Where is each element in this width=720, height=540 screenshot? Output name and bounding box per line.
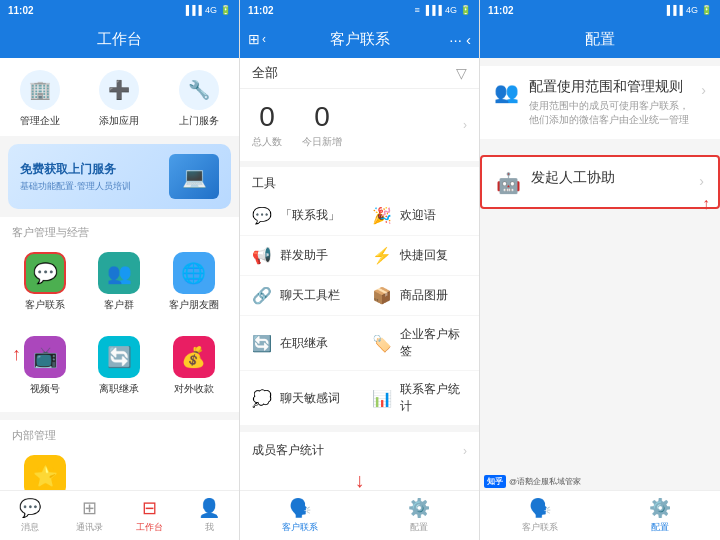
add-app[interactable]: ➕ 添加应用 <box>99 70 139 128</box>
manage-enterprise[interactable]: 🏢 管理企业 <box>20 70 60 128</box>
customer-group-label: 客户群 <box>104 298 134 312</box>
grid-item-customer-contact[interactable]: 💬 客户联系 <box>12 244 78 320</box>
grid-item-friend-circle[interactable]: 🌐 客户朋友圈 <box>161 244 227 320</box>
tool-customer-tag[interactable]: 🏷️ 企业客户标签 <box>360 316 480 371</box>
tool-product-catalog-label: 商品图册 <box>400 287 448 304</box>
section1-title: 客户管理与经营 <box>0 217 239 244</box>
signal-icon-2: ▐▐▐ <box>423 5 442 15</box>
phones-container: 11:02 ▐▐▐ 4G 🔋 工作台 🏢 管理企业 ➕ 添加应用 <box>0 0 720 540</box>
tool-contact-me[interactable]: 💬 「联系我」 <box>240 196 360 236</box>
grid-item-customer-group[interactable]: 👥 客户群 <box>86 244 152 320</box>
section-spacer-1 <box>0 412 239 420</box>
nav-customer-contact-3[interactable]: 🗣️ 客户联系 <box>480 491 600 540</box>
tool-broadcast[interactable]: 📢 群发助手 <box>240 236 360 276</box>
tool-customer-tag-label: 企业客户标签 <box>400 326 468 360</box>
stat-today: 0 今日新增 <box>302 101 342 149</box>
stat-today-num: 0 <box>302 101 342 133</box>
friend-circle-icon: 🌐 <box>173 252 215 294</box>
filter-label: 全部 <box>252 64 278 82</box>
tool-quick-reply[interactable]: ⚡ 快捷回复 <box>360 236 480 276</box>
stat-today-label: 今日新增 <box>302 135 342 149</box>
nav-config-label: 配置 <box>410 521 428 534</box>
grid-item-resign[interactable]: 🔄 离职继承 <box>86 328 152 404</box>
tool-chat-toolbar[interactable]: 🔗 聊天工具栏 <box>240 276 360 316</box>
customer-contact-nav-icon: 🗣️ <box>289 497 311 519</box>
tool-product-catalog[interactable]: 📦 商品图册 <box>360 276 480 316</box>
tool-sensitive-word[interactable]: 💭 聊天敏感词 <box>240 371 360 426</box>
customer-tag-icon: 🏷️ <box>372 334 392 353</box>
section1-wrap: 客户管理与经营 💬 客户联系 👥 客户群 🌐 客户朋友圈 <box>0 217 239 412</box>
nav-config[interactable]: ⚙️ 配置 <box>360 491 480 540</box>
banner-image: 💻 <box>169 154 219 199</box>
zhihu-account: @语鹅企服私域管家 <box>509 476 581 487</box>
tool-on-duty-label: 在职继承 <box>280 335 328 352</box>
config-spacer-2 <box>480 147 720 155</box>
status-icons-3: ▐▐▐ 4G 🔋 <box>664 5 712 15</box>
collect-label: 对外收款 <box>174 382 214 396</box>
tools-section-title: 工具 <box>240 161 479 196</box>
scope-icon: 👥 <box>494 80 519 104</box>
resign-icon: 🔄 <box>98 336 140 378</box>
bottom-nav-2: 🗣️ 客户联系 ⚙️ 配置 <box>240 490 479 540</box>
config-spacer-1 <box>480 58 720 66</box>
tool-broadcast-label: 群发助手 <box>280 247 328 264</box>
tool-on-duty[interactable]: 🔄 在职继承 <box>240 316 360 371</box>
wb-banner[interactable]: 免费获取上门服务 基础功能配置·管理人员培训 💻 <box>8 144 231 209</box>
grid-item-collect[interactable]: 💰 对外收款 <box>161 328 227 404</box>
video-label: 视频号 <box>30 382 60 396</box>
phone-config: 11:02 ▐▐▐ 4G 🔋 配置 👥 配置使用范围和管理规则 使用范围中的成员… <box>480 0 720 540</box>
bottom-nav-1: 💬 消息 ⊞ 通讯录 ⊟ 工作台 👤 我 <box>0 490 239 540</box>
status-bar-1: 11:02 ▐▐▐ 4G 🔋 <box>0 0 239 20</box>
workbench-content: 🏢 管理企业 ➕ 添加应用 🔧 上门服务 免费获取上门服务 基础功能配置·管理人… <box>0 58 239 490</box>
door-icon: 🔧 <box>179 70 219 110</box>
top-icons: 🏢 管理企业 ➕ 添加应用 🔧 上门服务 <box>0 58 239 136</box>
me-icon-1: 👤 <box>198 497 220 519</box>
on-duty-icon: 🔄 <box>252 334 272 353</box>
grid-item-video[interactable]: 📺 视频号 <box>12 328 78 404</box>
nav-contacts-label-1: 通讯录 <box>76 521 103 534</box>
nav-me-label-1: 我 <box>205 521 214 534</box>
tool-contact-stats[interactable]: 📊 联系客户统计 <box>360 371 480 426</box>
study-icon: 🌟 <box>24 455 66 490</box>
manage-label: 管理企业 <box>20 114 60 128</box>
zhihu-watermark: 知乎 @语鹅企服私域管家 <box>484 475 581 488</box>
stat-total-num: 0 <box>252 101 282 133</box>
nav-config-3[interactable]: ⚙️ 配置 <box>600 491 720 540</box>
header-1: 工作台 <box>0 20 239 58</box>
contact-stats-icon: 📊 <box>372 389 392 408</box>
header-3: 配置 <box>480 20 720 58</box>
filter-icon[interactable]: ▽ <box>456 65 467 81</box>
nav-customer-contact[interactable]: 🗣️ 客户联系 <box>240 491 360 540</box>
nav-workbench-1[interactable]: ⊟ 工作台 <box>120 491 180 540</box>
config-item-scope[interactable]: 👥 配置使用范围和管理规则 使用范围中的成员可使用客户联系，他们添加的微信客户由… <box>480 66 720 139</box>
config-nav-icon-3: ⚙️ <box>649 497 671 519</box>
filter-bar: 全部 ▽ <box>240 58 479 89</box>
header-2: ⊞ ‹ 客户联系 ··· ‹ <box>240 20 479 58</box>
tool-welcome[interactable]: 🎉 欢迎语 <box>360 196 480 236</box>
red-arrow-1: ↑ <box>12 344 21 365</box>
bottom-nav-3: 🗣️ 客户联系 ⚙️ 配置 <box>480 490 720 540</box>
members-row[interactable]: 成员客户统计 › <box>240 426 479 469</box>
customer-contact-icon: 💬 <box>24 252 66 294</box>
tool-quick-reply-label: 快捷回复 <box>400 247 448 264</box>
nav-message-1[interactable]: 💬 消息 <box>0 491 60 540</box>
nav-me-1[interactable]: 👤 我 <box>179 491 239 540</box>
chevron-left-2: ‹ <box>262 32 266 46</box>
tool-chat-toolbar-label: 聊天工具栏 <box>280 287 340 304</box>
nav-contacts-1[interactable]: ⊞ 通讯录 <box>60 491 120 540</box>
grid-item-study[interactable]: 🌟 学习园地 <box>12 447 78 490</box>
door-service[interactable]: 🔧 上门服务 <box>179 70 219 128</box>
battery-icon-1: 🔋 <box>220 5 231 15</box>
menu-icon-2: ≡ <box>415 5 420 15</box>
add-icon: ➕ <box>99 70 139 110</box>
header-title-1: 工作台 <box>97 30 142 49</box>
scope-desc: 使用范围中的成员可使用客户联系，他们添加的微信客户由企业统一管理 <box>529 99 691 127</box>
wb-grid-2: 🌟 学习园地 <box>0 447 239 490</box>
grid-icon-header: ⊞ <box>248 31 260 47</box>
config-item-ai-assist[interactable]: 🤖 发起人工协助 › <box>480 155 720 209</box>
scope-body: 配置使用范围和管理规则 使用范围中的成员可使用客户联系，他们添加的微信客户由企业… <box>529 78 691 127</box>
section2-title: 内部管理 <box>0 420 239 447</box>
scope-title: 配置使用范围和管理规则 <box>529 78 691 96</box>
product-catalog-icon: 📦 <box>372 286 392 305</box>
members-chevron: › <box>463 444 467 458</box>
